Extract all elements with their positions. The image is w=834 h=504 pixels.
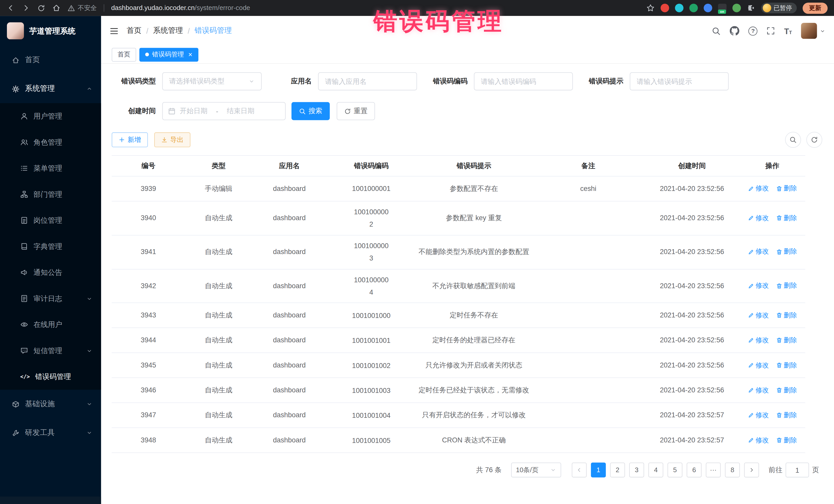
extension-icon-blue[interactable] xyxy=(703,4,712,12)
browser-profile-chip[interactable]: 已暂停 xyxy=(761,3,797,13)
sidebar-item-users[interactable]: 用户管理 xyxy=(0,103,101,129)
extension-icon-leaf[interactable] xyxy=(732,4,741,12)
export-button[interactable]: 导出 xyxy=(154,132,191,147)
fullscreen-icon[interactable] xyxy=(767,27,775,35)
url-path: /system/error-code xyxy=(195,4,250,12)
sidebar-item-departments[interactable]: 部门管理 xyxy=(0,181,101,207)
edit-link[interactable]: 修改 xyxy=(748,310,769,321)
app-logo[interactable]: 芋道管理系统 xyxy=(0,16,101,46)
search-button[interactable]: 搜索 xyxy=(291,102,330,120)
delete-link[interactable]: 删除 xyxy=(776,335,797,346)
back-icon[interactable] xyxy=(6,4,15,12)
goto-page-input[interactable] xyxy=(786,463,809,478)
cell-code: 1001001005 xyxy=(327,428,416,453)
next-page-button[interactable] xyxy=(744,463,759,478)
delete-link[interactable]: 删除 xyxy=(776,410,797,421)
date-range-picker[interactable]: 开始日期 - 结束日期 xyxy=(162,102,286,120)
sidebar-item-home[interactable]: 首页 xyxy=(0,46,101,74)
app-name-input[interactable] xyxy=(318,72,417,90)
search-icon[interactable] xyxy=(712,26,721,36)
github-icon[interactable] xyxy=(730,26,739,36)
cell-app: dashboard xyxy=(252,378,326,403)
edit-link[interactable]: 修改 xyxy=(748,385,769,395)
page-button-5[interactable]: 5 xyxy=(667,463,682,478)
tab-home[interactable]: 首页 xyxy=(112,47,136,61)
error-code-input[interactable] xyxy=(474,72,573,90)
page-button-3[interactable]: 3 xyxy=(629,463,644,478)
toggle-search-button[interactable] xyxy=(785,132,801,148)
edit-link[interactable]: 修改 xyxy=(748,183,769,194)
cell-code: 100100000 4 xyxy=(327,269,416,303)
edit-link[interactable]: 修改 xyxy=(748,410,769,421)
breadcrumb-home[interactable]: 首页 xyxy=(127,26,141,36)
delete-link[interactable]: 删除 xyxy=(776,385,797,395)
browser-update-button[interactable]: 更新 xyxy=(803,2,828,14)
more-pages-button[interactable]: ··· xyxy=(706,463,721,478)
home-icon[interactable] xyxy=(52,4,61,12)
delete-link[interactable]: 删除 xyxy=(776,360,797,371)
tab-error-codes[interactable]: 错误码管理 × xyxy=(139,47,198,61)
extension-icon-green[interactable] xyxy=(689,4,698,12)
edit-link[interactable]: 修改 xyxy=(748,335,769,346)
sidebar-collapse-bar[interactable] xyxy=(0,497,101,504)
security-indicator[interactable]: 不安全 xyxy=(67,3,97,12)
menu-fold-icon[interactable] xyxy=(110,26,118,36)
breadcrumb: 首页 / 系统管理 / 错误码管理 xyxy=(127,26,232,36)
sidebar-item-dictionary[interactable]: 字典管理 xyxy=(0,233,101,259)
refresh-icon xyxy=(344,108,351,115)
sidebar-item-error-codes[interactable]: </> 错误码管理 xyxy=(0,364,101,390)
sidebar-item-sms[interactable]: 短信管理 xyxy=(0,338,101,364)
delete-link[interactable]: 删除 xyxy=(776,183,797,194)
edit-link[interactable]: 修改 xyxy=(748,213,769,223)
page-button-4[interactable]: 4 xyxy=(649,463,663,478)
page-button-8[interactable]: 8 xyxy=(725,463,740,478)
help-icon[interactable]: ? xyxy=(749,26,758,36)
error-type-select[interactable]: 请选择错误码类型 xyxy=(162,72,262,90)
delete-link[interactable]: 删除 xyxy=(776,247,797,257)
delete-link[interactable]: 删除 xyxy=(776,213,797,223)
extension-icon-teal[interactable] xyxy=(675,4,683,12)
pencil-icon xyxy=(748,437,754,444)
page-button-1[interactable]: 1 xyxy=(591,463,606,478)
extension-icon-switcher[interactable]: on xyxy=(718,4,726,12)
font-size-icon[interactable]: TT xyxy=(784,27,792,35)
address-bar[interactable]: dashboard.yudao.iocoder.cn/system/error-… xyxy=(111,4,250,12)
page-button-2[interactable]: 2 xyxy=(610,463,625,478)
cell-message: 参数配置 key 重复 xyxy=(416,201,532,235)
eye-icon xyxy=(20,321,28,328)
extensions-puzzle-icon[interactable] xyxy=(746,4,755,12)
breadcrumb-system[interactable]: 系统管理 xyxy=(153,26,183,36)
edit-link[interactable]: 修改 xyxy=(748,247,769,257)
bookmark-star-icon[interactable] xyxy=(646,4,654,12)
delete-link[interactable]: 删除 xyxy=(776,281,797,291)
reset-button[interactable]: 重置 xyxy=(337,102,375,120)
delete-link[interactable]: 删除 xyxy=(776,435,797,445)
page-size-select[interactable]: 10条/页 xyxy=(511,463,561,478)
reload-icon[interactable] xyxy=(37,4,45,12)
trash-icon xyxy=(776,185,782,192)
edit-link[interactable]: 修改 xyxy=(748,435,769,445)
sidebar-item-online-users[interactable]: 在线用户 xyxy=(0,311,101,338)
sidebar-item-system[interactable]: 系统管理 xyxy=(0,74,101,103)
prev-page-button[interactable] xyxy=(572,463,587,478)
delete-link[interactable]: 删除 xyxy=(776,310,797,321)
user-menu[interactable] xyxy=(801,23,825,39)
forward-icon[interactable] xyxy=(22,4,30,12)
filter-code-label: 错误码编码 xyxy=(433,76,467,86)
edit-link[interactable]: 修改 xyxy=(748,281,769,291)
close-icon[interactable]: × xyxy=(188,51,193,58)
extension-icon-red[interactable] xyxy=(660,4,669,12)
page-button-6[interactable]: 6 xyxy=(687,463,702,478)
sidebar-item-menus[interactable]: 菜单管理 xyxy=(0,155,101,181)
sidebar-item-notices[interactable]: 通知公告 xyxy=(0,259,101,286)
trash-icon xyxy=(776,387,782,394)
sidebar-item-posts[interactable]: 岗位管理 xyxy=(0,207,101,234)
sidebar-item-audit-logs[interactable]: 审计日志 xyxy=(0,286,101,312)
error-msg-input[interactable] xyxy=(630,72,729,90)
edit-link[interactable]: 修改 xyxy=(748,360,769,371)
sidebar-item-infrastructure[interactable]: 基础设施 xyxy=(0,390,101,419)
refresh-table-button[interactable] xyxy=(806,132,822,148)
add-button[interactable]: 新增 xyxy=(112,132,148,147)
sidebar-item-roles[interactable]: 角色管理 xyxy=(0,129,101,155)
sidebar-item-dev-tools[interactable]: 研发工具 xyxy=(0,418,101,447)
